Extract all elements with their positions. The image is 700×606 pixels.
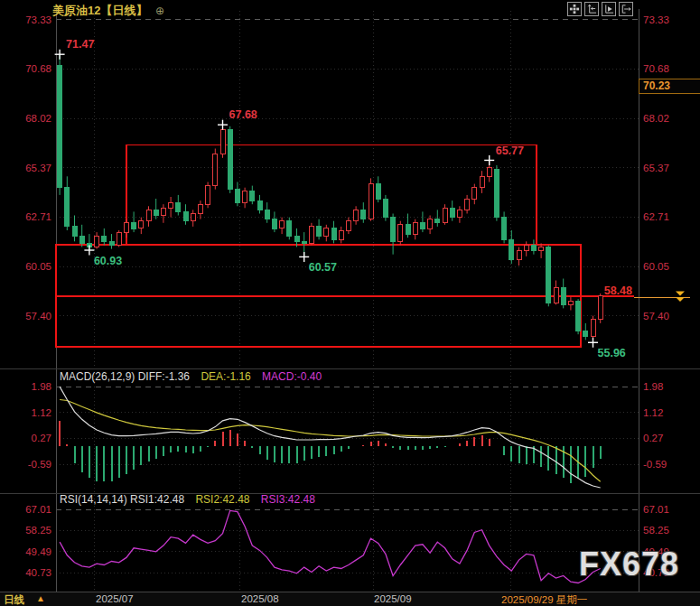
candle xyxy=(176,202,181,211)
swing-price-annotation: 60.93 xyxy=(94,255,122,267)
candle xyxy=(428,219,433,228)
time-axis-bar: 日线 ▲ 2025/07 2025/08 2025/09 2025/09/29 … xyxy=(0,592,700,606)
axis-label: 1.98 xyxy=(643,381,663,392)
axis-label: 58.25 xyxy=(643,525,669,536)
period-label[interactable]: 日线 xyxy=(4,593,24,606)
candle xyxy=(257,200,262,210)
period-up-arrow-icon[interactable]: ▲ xyxy=(36,593,45,603)
candle xyxy=(568,301,573,304)
candle xyxy=(117,232,121,245)
candle xyxy=(480,176,484,187)
candle xyxy=(494,169,499,218)
candle xyxy=(361,210,366,219)
rsi1-label: RSI(14,14,14) RSI1:42.48 xyxy=(60,493,184,506)
axis-label: 65.37 xyxy=(643,163,669,173)
candle xyxy=(124,223,128,232)
candle xyxy=(435,219,440,223)
axis-label: 0.27 xyxy=(32,433,51,443)
candle xyxy=(146,210,151,220)
axis-label: 70.68 xyxy=(25,63,51,74)
axis-label: 60.05 xyxy=(25,261,51,272)
axis-label: 68.02 xyxy=(25,113,51,124)
axis-label: 60.05 xyxy=(643,261,669,272)
candle xyxy=(591,320,595,337)
chart-canvas[interactable]: 58.4873.3373.3370.6870.6868.0268.0265.37… xyxy=(0,0,700,606)
axis-label: 1.12 xyxy=(32,407,51,418)
candle xyxy=(302,241,306,243)
candle xyxy=(502,218,507,240)
candle xyxy=(235,190,239,202)
candle xyxy=(102,236,107,241)
candle xyxy=(161,208,165,215)
rsi3-label: RSI3:42.48 xyxy=(261,493,315,506)
last-price-label: 58.48 xyxy=(604,284,632,297)
rsi2-label: RSI2:42.48 xyxy=(195,493,249,506)
candle xyxy=(139,221,144,228)
candle xyxy=(509,239,514,260)
candle xyxy=(561,288,565,305)
candle xyxy=(79,236,84,243)
swing-price-annotation: 60.57 xyxy=(309,261,337,274)
axis-label: 57.40 xyxy=(643,311,669,322)
candle xyxy=(524,246,528,251)
detach-chart-icon[interactable] xyxy=(619,2,633,16)
candle xyxy=(280,221,285,228)
candle xyxy=(213,154,218,186)
candle xyxy=(539,247,544,251)
macd-header: MACD(26,12,9) DIFF:-1.36 DEA:-1.16 MACD:… xyxy=(60,370,322,383)
candle xyxy=(420,223,425,228)
swing-price-annotation: 67.68 xyxy=(229,108,257,121)
candle xyxy=(465,199,470,210)
axis-label: 1.98 xyxy=(32,381,51,392)
candle xyxy=(346,221,350,230)
macd-main-label: MACD(26,12,9) DIFF:-1.36 xyxy=(60,370,190,383)
candle xyxy=(554,288,558,303)
candle xyxy=(517,251,521,260)
macd-dea-line xyxy=(60,400,601,482)
candle xyxy=(228,130,232,190)
candle xyxy=(183,211,188,220)
candle xyxy=(450,208,454,217)
axis-label: 65.37 xyxy=(25,163,51,173)
candle xyxy=(58,66,62,188)
date-label-jul: 2025/07 xyxy=(96,593,134,604)
candle xyxy=(413,223,417,234)
auto-scroll-icon[interactable] xyxy=(602,2,616,16)
candle xyxy=(95,236,99,247)
macd-histogram xyxy=(60,421,601,483)
candle xyxy=(472,188,477,199)
axis-label: 73.33 xyxy=(643,14,669,25)
axis-label: 49.49 xyxy=(25,546,51,557)
candle xyxy=(109,241,114,245)
candle xyxy=(406,225,410,234)
y-axis-scale-icon[interactable] xyxy=(584,2,599,16)
date-label-aug: 2025/08 xyxy=(241,593,279,604)
candle xyxy=(583,331,588,336)
axis-label: -0.59 xyxy=(28,459,51,470)
candle xyxy=(546,247,551,303)
pan-tool-icon[interactable] xyxy=(567,2,582,16)
link-icon[interactable]: ⊕ xyxy=(155,5,164,17)
candle xyxy=(317,227,322,236)
axis-label: 57.40 xyxy=(25,311,51,322)
axis-label: 0.27 xyxy=(643,433,663,443)
axis-label: 67.01 xyxy=(643,504,669,515)
macd-value-label: MACD:-0.40 xyxy=(262,370,322,383)
swing-price-annotation: 65.77 xyxy=(496,145,524,157)
candle xyxy=(191,214,195,221)
swing-price-annotation: 71.47 xyxy=(66,38,94,51)
candle xyxy=(331,228,336,239)
candle xyxy=(391,218,396,242)
candle xyxy=(309,227,313,244)
rsi-line xyxy=(60,510,601,583)
candle xyxy=(243,191,247,202)
scroll-to-latest-icon[interactable] xyxy=(676,297,685,302)
axis-label: 58.25 xyxy=(25,525,51,536)
candle xyxy=(220,130,225,154)
axis-label: 68.02 xyxy=(643,113,669,124)
candle xyxy=(250,191,255,200)
candle xyxy=(198,204,202,213)
candle xyxy=(169,202,173,208)
scroll-to-latest-icon[interactable] xyxy=(676,291,685,295)
axis-label: 73.33 xyxy=(25,14,51,25)
